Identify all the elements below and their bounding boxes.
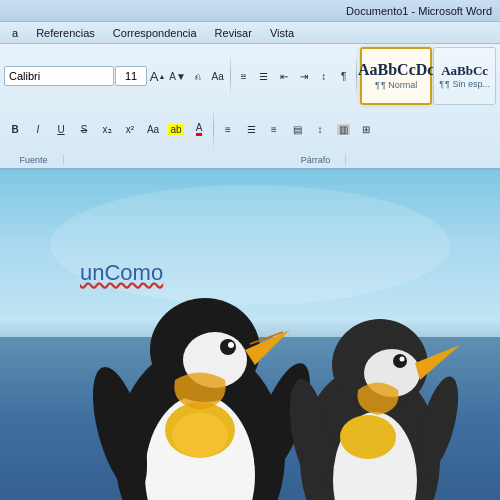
- menu-item-a[interactable]: a: [4, 25, 26, 41]
- increase-indent-icon: ⇥: [300, 71, 308, 82]
- font-size-input[interactable]: [115, 66, 147, 86]
- font-size-up-button[interactable]: A▲: [148, 65, 167, 87]
- numbered-list-button[interactable]: ☰: [254, 65, 273, 87]
- format-button[interactable]: Aa: [208, 65, 227, 87]
- strikethrough-icon: S: [81, 124, 88, 135]
- superscript-button[interactable]: x²: [119, 118, 141, 140]
- fuente-label: Fuente: [4, 155, 64, 165]
- textcase-button[interactable]: Aa: [142, 118, 164, 140]
- style-normal-card[interactable]: AaBbCcDc ¶ ¶ Normal: [360, 47, 432, 105]
- bold-icon: B: [11, 124, 18, 135]
- bullet-list-button[interactable]: ≡: [234, 65, 253, 87]
- bullet-list-icon: ≡: [241, 71, 247, 82]
- style-normal-text: ¶ Normal: [381, 80, 417, 90]
- borders-button[interactable]: ⊞: [355, 118, 377, 140]
- increase-indent-button[interactable]: ⇥: [294, 65, 313, 87]
- strikethrough-button[interactable]: S: [73, 118, 95, 140]
- menu-bar: a Referencias Correspondencia Revisar Vi…: [0, 22, 500, 44]
- svg-point-4: [172, 413, 228, 457]
- font-color-icon: A: [196, 122, 203, 136]
- style-normal-preview: AaBbCcDc: [358, 62, 434, 78]
- line-spacing-button[interactable]: ↕: [309, 118, 331, 140]
- font-size-down-icon: A▼: [169, 71, 186, 82]
- title-bar: Documento1 - Microsoft Word: [0, 0, 500, 22]
- title-text: Documento1 - Microsoft Word: [346, 5, 492, 17]
- sort-button[interactable]: ↕: [314, 65, 333, 87]
- menu-item-correspondencia[interactable]: Correspondencia: [105, 25, 205, 41]
- bold-button[interactable]: B: [4, 118, 26, 140]
- style-sinespacio-card[interactable]: AaBbCc ¶ ¶ Sin esp...: [433, 47, 496, 105]
- separator-1: [230, 54, 231, 98]
- justify-icon: ▤: [293, 124, 302, 135]
- svg-point-10: [228, 342, 234, 348]
- style-sinespacio-label: ¶ ¶ Sin esp...: [439, 79, 490, 89]
- decrease-indent-icon: ⇤: [280, 71, 288, 82]
- highlight-button[interactable]: ab: [165, 118, 187, 140]
- align-left-icon: ≡: [225, 124, 231, 135]
- justify-button[interactable]: ▤: [286, 118, 308, 140]
- style-sinespacio-text: ¶ Sin esp...: [445, 79, 490, 89]
- style-normal-label: ¶ ¶ Normal: [375, 80, 417, 90]
- pilcrow-icon: ¶: [341, 71, 346, 82]
- highlight-icon: ab: [168, 124, 183, 135]
- format-icon: Aa: [212, 71, 224, 82]
- underline-button[interactable]: U: [50, 118, 72, 140]
- italic-icon: I: [37, 124, 40, 135]
- svg-point-22: [400, 357, 405, 362]
- textcase-icon: Aa: [147, 124, 159, 135]
- ribbon-row-1: A▲ A▼ ⎌ Aa ≡ ☰ ⇤ ⇥ ↕ ¶ AaBbCcDc ¶ ¶ Norm…: [4, 47, 496, 105]
- ribbon: A▲ A▼ ⎌ Aa ≡ ☰ ⇤ ⇥ ↕ ¶ AaBbCcDc ¶ ¶ Norm…: [0, 44, 500, 170]
- align-left-button[interactable]: ≡: [217, 118, 239, 140]
- subscript-icon: x₂: [103, 124, 112, 135]
- align-center-button[interactable]: ☰: [240, 118, 262, 140]
- clear-format-button[interactable]: ⎌: [188, 65, 207, 87]
- font-size-down-button[interactable]: A▼: [168, 65, 187, 87]
- style-sinespacio-preview: AaBbCc: [441, 64, 488, 77]
- svg-point-17: [340, 415, 396, 459]
- menu-item-revisar[interactable]: Revisar: [207, 25, 260, 41]
- menu-item-referencias[interactable]: Referencias: [28, 25, 103, 41]
- line-spacing-icon: ↕: [318, 124, 323, 135]
- sort-icon: ↕: [321, 71, 326, 82]
- align-right-button[interactable]: ≡: [263, 118, 285, 140]
- svg-point-9: [220, 339, 236, 355]
- font-color-button[interactable]: A: [188, 118, 210, 140]
- numbered-list-icon: ☰: [259, 71, 268, 82]
- font-size-up-icon: A: [150, 70, 159, 83]
- borders-icon: ⊞: [362, 124, 370, 135]
- clear-format-icon: ⎌: [195, 71, 201, 82]
- parrafo-label: Párrafo: [286, 155, 346, 165]
- ribbon-row-2: B I U S x₂ x² Aa ab A ≡ ☰ ≡ ▤ ↕ ▥ ⊞: [4, 107, 496, 151]
- document-text[interactable]: unComo: [80, 260, 163, 286]
- section-labels-row: Fuente Párrafo: [4, 153, 496, 166]
- penguins-svg: [0, 170, 500, 500]
- decrease-indent-button[interactable]: ⇤: [274, 65, 293, 87]
- pilcrow-button[interactable]: ¶: [334, 65, 353, 87]
- size-up-symbol: ▲: [158, 73, 165, 80]
- shading-button[interactable]: ▥: [332, 118, 354, 140]
- superscript-icon: x²: [126, 124, 134, 135]
- align-right-icon: ≡: [271, 124, 277, 135]
- document-background: unComo: [0, 170, 500, 500]
- shading-icon: ▥: [337, 124, 350, 135]
- italic-button[interactable]: I: [27, 118, 49, 140]
- font-name-input[interactable]: [4, 66, 114, 86]
- align-center-icon: ☰: [247, 124, 256, 135]
- svg-point-0: [50, 185, 450, 305]
- pilcrow-sinespacio-icon: ¶: [439, 79, 444, 89]
- separator-3: [213, 107, 214, 151]
- subscript-button[interactable]: x₂: [96, 118, 118, 140]
- svg-point-21: [393, 354, 407, 368]
- pilcrow-normal-icon: ¶: [375, 80, 380, 90]
- document-area: unComo: [0, 170, 500, 500]
- underline-icon: U: [57, 124, 64, 135]
- menu-item-vista[interactable]: Vista: [262, 25, 302, 41]
